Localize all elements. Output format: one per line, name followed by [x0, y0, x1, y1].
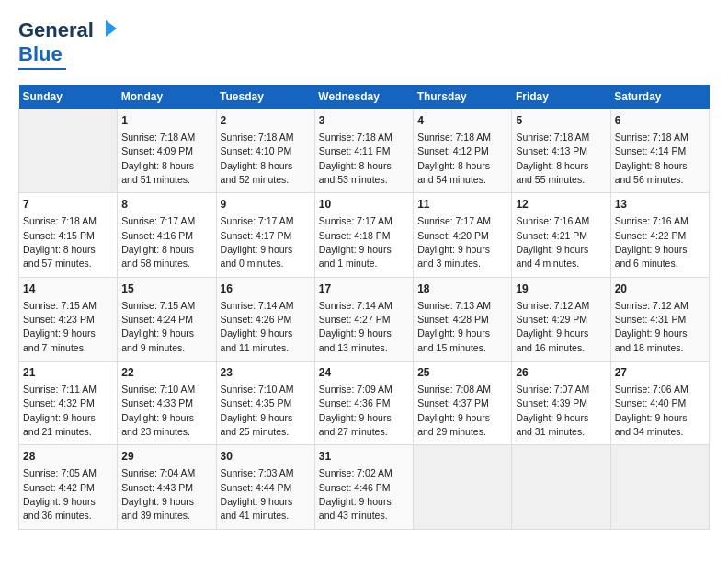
day-number: 9	[221, 197, 311, 213]
day-number: 2	[221, 113, 311, 129]
calendar-cell: 17Sunrise: 7:14 AMSunset: 4:27 PMDayligh…	[314, 277, 413, 361]
logo: General Blue	[18, 18, 119, 70]
day-info: Sunrise: 7:18 AMSunset: 4:10 PMDaylight:…	[221, 132, 294, 185]
calendar-cell: 27Sunrise: 7:06 AMSunset: 4:40 PMDayligh…	[610, 362, 709, 445]
calendar-cell: 7Sunrise: 7:18 AMSunset: 4:15 PMDaylight…	[19, 193, 118, 277]
calendar-cell	[414, 445, 512, 529]
day-info: Sunrise: 7:18 AMSunset: 4:15 PMDaylight:…	[23, 215, 97, 269]
calendar-cell: 14Sunrise: 7:15 AMSunset: 4:23 PMDayligh…	[19, 277, 118, 361]
day-info: Sunrise: 7:18 AMSunset: 4:14 PMDaylight:…	[615, 132, 688, 185]
calendar-cell: 16Sunrise: 7:14 AMSunset: 4:26 PMDayligh…	[216, 277, 314, 361]
day-number: 19	[516, 282, 606, 297]
calendar-cell	[610, 445, 709, 529]
day-info: Sunrise: 7:17 AMSunset: 4:18 PMDaylight:…	[319, 215, 392, 269]
day-number: 15	[121, 282, 211, 297]
calendar-cell: 5Sunrise: 7:18 AMSunset: 4:13 PMDaylight…	[512, 109, 610, 193]
day-number: 13	[615, 197, 705, 213]
calendar-week-row: 21Sunrise: 7:11 AMSunset: 4:32 PMDayligh…	[19, 362, 710, 445]
day-number: 20	[615, 282, 705, 297]
day-info: Sunrise: 7:18 AMSunset: 4:09 PMDaylight:…	[121, 132, 195, 185]
calendar-week-row: 14Sunrise: 7:15 AMSunset: 4:23 PMDayligh…	[19, 277, 710, 361]
day-number: 28	[23, 449, 113, 465]
day-number: 25	[417, 365, 507, 381]
day-info: Sunrise: 7:16 AMSunset: 4:22 PMDaylight:…	[615, 215, 688, 269]
weekday-header: Wednesday	[314, 85, 413, 109]
weekday-header: Tuesday	[216, 85, 314, 109]
day-number: 1	[121, 113, 211, 129]
calendar-cell: 22Sunrise: 7:10 AMSunset: 4:33 PMDayligh…	[118, 362, 216, 445]
day-info: Sunrise: 7:04 AMSunset: 4:43 PMDaylight:…	[121, 467, 195, 521]
day-number: 24	[319, 365, 409, 381]
weekday-header: Thursday	[414, 85, 512, 109]
day-info: Sunrise: 7:08 AMSunset: 4:37 PMDaylight:…	[417, 384, 491, 437]
day-number: 31	[319, 449, 409, 465]
calendar-cell: 1Sunrise: 7:18 AMSunset: 4:09 PMDaylight…	[118, 109, 216, 193]
calendar-cell: 29Sunrise: 7:04 AMSunset: 4:43 PMDayligh…	[118, 445, 216, 529]
weekday-header: Friday	[512, 85, 610, 109]
day-number: 3	[319, 113, 409, 129]
day-number: 21	[23, 365, 113, 381]
day-number: 16	[221, 282, 311, 297]
page-header: General Blue	[18, 18, 710, 70]
calendar-cell: 2Sunrise: 7:18 AMSunset: 4:10 PMDaylight…	[216, 109, 314, 193]
calendar-cell: 18Sunrise: 7:13 AMSunset: 4:28 PMDayligh…	[414, 277, 512, 361]
day-info: Sunrise: 7:10 AMSunset: 4:33 PMDaylight:…	[121, 384, 195, 437]
calendar-cell: 3Sunrise: 7:18 AMSunset: 4:11 PMDaylight…	[314, 109, 413, 193]
calendar-cell: 30Sunrise: 7:03 AMSunset: 4:44 PMDayligh…	[216, 445, 314, 529]
logo-general: General	[18, 18, 94, 42]
day-number: 14	[23, 282, 113, 297]
calendar-cell: 19Sunrise: 7:12 AMSunset: 4:29 PMDayligh…	[512, 277, 610, 361]
calendar-cell: 10Sunrise: 7:17 AMSunset: 4:18 PMDayligh…	[314, 193, 413, 277]
calendar-cell: 4Sunrise: 7:18 AMSunset: 4:12 PMDaylight…	[414, 109, 512, 193]
calendar-cell: 28Sunrise: 7:05 AMSunset: 4:42 PMDayligh…	[19, 445, 118, 529]
day-info: Sunrise: 7:17 AMSunset: 4:17 PMDaylight:…	[221, 215, 294, 269]
calendar-cell: 26Sunrise: 7:07 AMSunset: 4:39 PMDayligh…	[512, 362, 610, 445]
day-info: Sunrise: 7:10 AMSunset: 4:35 PMDaylight:…	[221, 384, 294, 437]
day-number: 10	[319, 197, 409, 213]
calendar-cell: 24Sunrise: 7:09 AMSunset: 4:36 PMDayligh…	[314, 362, 413, 445]
calendar-cell: 25Sunrise: 7:08 AMSunset: 4:37 PMDayligh…	[414, 362, 512, 445]
day-info: Sunrise: 7:15 AMSunset: 4:23 PMDaylight:…	[23, 300, 97, 353]
svg-marker-0	[106, 20, 117, 37]
calendar-cell: 21Sunrise: 7:11 AMSunset: 4:32 PMDayligh…	[19, 362, 118, 445]
day-info: Sunrise: 7:12 AMSunset: 4:31 PMDaylight:…	[615, 300, 688, 353]
calendar-cell: 15Sunrise: 7:15 AMSunset: 4:24 PMDayligh…	[118, 277, 216, 361]
day-info: Sunrise: 7:12 AMSunset: 4:29 PMDaylight:…	[516, 300, 589, 353]
day-number: 26	[516, 365, 606, 381]
day-number: 5	[516, 113, 606, 129]
day-info: Sunrise: 7:18 AMSunset: 4:12 PMDaylight:…	[417, 132, 491, 185]
day-number: 29	[121, 449, 211, 465]
day-number: 18	[417, 282, 507, 297]
day-info: Sunrise: 7:16 AMSunset: 4:21 PMDaylight:…	[516, 215, 589, 269]
day-number: 11	[417, 197, 507, 213]
calendar-cell: 8Sunrise: 7:17 AMSunset: 4:16 PMDaylight…	[118, 193, 216, 277]
day-number: 22	[121, 365, 211, 381]
day-number: 23	[221, 365, 311, 381]
day-info: Sunrise: 7:07 AMSunset: 4:39 PMDaylight:…	[516, 384, 589, 437]
day-info: Sunrise: 7:18 AMSunset: 4:13 PMDaylight:…	[516, 132, 589, 185]
day-info: Sunrise: 7:03 AMSunset: 4:44 PMDaylight:…	[221, 467, 294, 521]
day-info: Sunrise: 7:15 AMSunset: 4:24 PMDaylight:…	[121, 300, 195, 353]
calendar-week-row: 28Sunrise: 7:05 AMSunset: 4:42 PMDayligh…	[19, 445, 710, 529]
day-info: Sunrise: 7:14 AMSunset: 4:27 PMDaylight:…	[319, 300, 392, 353]
weekday-header: Saturday	[610, 85, 709, 109]
day-number: 27	[615, 365, 705, 381]
day-info: Sunrise: 7:17 AMSunset: 4:16 PMDaylight:…	[121, 215, 195, 269]
weekday-header-row: SundayMondayTuesdayWednesdayThursdayFrid…	[19, 85, 710, 109]
calendar-week-row: 1Sunrise: 7:18 AMSunset: 4:09 PMDaylight…	[19, 109, 710, 193]
calendar-cell: 11Sunrise: 7:17 AMSunset: 4:20 PMDayligh…	[414, 193, 512, 277]
day-number: 8	[121, 197, 211, 213]
day-number: 30	[221, 449, 311, 465]
day-info: Sunrise: 7:14 AMSunset: 4:26 PMDaylight:…	[221, 300, 294, 353]
day-info: Sunrise: 7:11 AMSunset: 4:32 PMDaylight:…	[23, 384, 97, 437]
logo-icon	[98, 18, 119, 42]
calendar-cell: 23Sunrise: 7:10 AMSunset: 4:35 PMDayligh…	[216, 362, 314, 445]
day-number: 17	[319, 282, 409, 297]
day-number: 7	[23, 197, 113, 213]
calendar-cell	[19, 109, 118, 193]
day-info: Sunrise: 7:13 AMSunset: 4:28 PMDaylight:…	[417, 300, 491, 353]
calendar-cell: 9Sunrise: 7:17 AMSunset: 4:17 PMDaylight…	[216, 193, 314, 277]
logo-divider	[18, 68, 66, 70]
day-info: Sunrise: 7:18 AMSunset: 4:11 PMDaylight:…	[319, 132, 392, 185]
calendar-table: SundayMondayTuesdayWednesdayThursdayFrid…	[18, 85, 710, 530]
